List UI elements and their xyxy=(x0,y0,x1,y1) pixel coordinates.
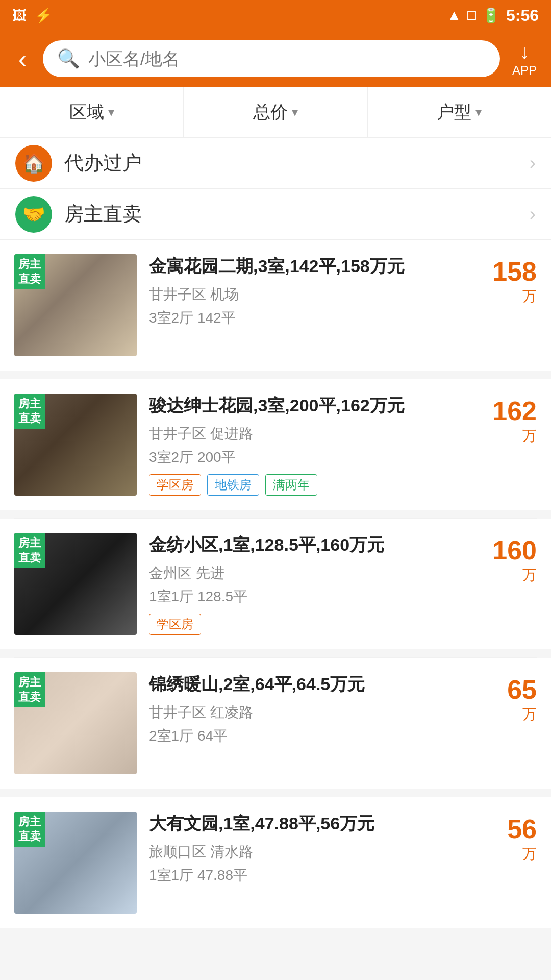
filter-house-type-label: 户型 xyxy=(437,101,471,124)
listing-location-3: 金州区 先进 xyxy=(149,564,480,583)
service-direct-banner[interactable]: 🤝 房主直卖 › xyxy=(0,189,551,240)
download-arrow-icon: ↓ xyxy=(512,40,537,63)
owner-tag-5: 房主直卖 xyxy=(14,812,45,847)
price-unit-4: 万 xyxy=(522,705,537,724)
price-unit-5: 万 xyxy=(522,844,537,864)
listing-price-5: 56 万 xyxy=(507,812,537,914)
listing-title-1: 金寓花园二期,3室,142平,158万元 xyxy=(149,254,480,279)
listing-price-1: 158 万 xyxy=(492,254,537,356)
status-bar: 🖼 ⚡ ▲ □ 🔋 5:56 xyxy=(0,0,551,31)
filter-total-price-label: 总价 xyxy=(253,101,288,124)
listing-image-5: 房主直卖 xyxy=(14,812,137,914)
price-unit-3: 万 xyxy=(522,566,537,585)
direct-label: 房主直卖 xyxy=(64,201,142,227)
direct-arrow-icon: › xyxy=(530,204,536,225)
search-icon: 🔍 xyxy=(57,48,80,69)
price-number-5: 56 xyxy=(507,814,537,844)
listings-container: 房主直卖 金寓花园二期,3室,142平,158万元 甘井子区 机场 3室2厅 1… xyxy=(0,240,551,928)
listing-card-2[interactable]: 房主直卖 骏达绅士花园,3室,200平,162万元 甘井子区 促进路 3室2厅 … xyxy=(0,379,551,510)
listing-title-4: 锦绣暖山,2室,64平,64.5万元 xyxy=(149,672,495,697)
tag-metro: 地铁房 xyxy=(207,474,259,496)
listing-title-2: 骏达绅士花园,3室,200平,162万元 xyxy=(149,394,480,418)
price-number-4: 65 xyxy=(507,674,537,705)
app-download-button[interactable]: ↓ APP xyxy=(508,40,541,78)
price-unit-1: 万 xyxy=(522,287,537,306)
listing-price-4: 65 万 xyxy=(507,672,537,774)
listing-card-4[interactable]: 房主直卖 锦绣暖山,2室,64平,64.5万元 甘井子区 红凌路 2室1厅 64… xyxy=(0,658,551,789)
transfer-label: 代办过户 xyxy=(64,150,142,176)
listing-location-1: 甘井子区 机场 xyxy=(149,285,480,304)
wifi-icon: ▲ xyxy=(447,7,461,23)
listing-location-4: 甘井子区 红凌路 xyxy=(149,703,495,722)
battery-icon: 🔋 xyxy=(482,7,500,24)
listing-image-2: 房主直卖 xyxy=(14,394,137,496)
direct-handshake-icon: 🤝 xyxy=(22,204,45,225)
owner-tag-3: 房主直卖 xyxy=(14,533,45,568)
transfer-icon-wrap: 🏠 xyxy=(15,145,52,182)
listing-card-3[interactable]: 房主直卖 金纺小区,1室,128.5平,160万元 金州区 先进 1室1厅 12… xyxy=(0,519,551,649)
region-chevron-icon: ▾ xyxy=(108,105,114,119)
filter-region[interactable]: 区域 ▾ xyxy=(0,87,184,137)
back-button[interactable]: ‹ xyxy=(10,45,35,73)
listing-info-5: 大有文园,1室,47.88平,56万元 旅顺口区 清水路 1室1厅 47.88平 xyxy=(149,812,495,914)
listing-image-4: 房主直卖 xyxy=(14,672,137,774)
listing-location-5: 旅顺口区 清水路 xyxy=(149,842,495,862)
listing-image-3: 房主直卖 xyxy=(14,533,137,635)
listing-info-3: 金纺小区,1室,128.5平,160万元 金州区 先进 1室1厅 128.5平 … xyxy=(149,533,480,635)
listing-location-2: 甘井子区 促进路 xyxy=(149,424,480,444)
signal-icon: □ xyxy=(467,7,476,23)
owner-tag-4: 房主直卖 xyxy=(14,672,45,707)
house-type-chevron-icon: ▾ xyxy=(475,105,482,119)
listing-specs-1: 3室2厅 142平 xyxy=(149,308,480,328)
listing-specs-5: 1室1厅 47.88平 xyxy=(149,866,495,885)
listing-tags-3: 学区房 xyxy=(149,614,480,635)
status-left-icons: 🖼 ⚡ xyxy=(12,7,53,24)
tag-school: 学区房 xyxy=(149,614,201,635)
listing-specs-2: 3室2厅 200平 xyxy=(149,448,480,467)
photo-icon: 🖼 xyxy=(12,7,27,24)
status-right-icons: ▲ □ 🔋 5:56 xyxy=(447,6,539,25)
listing-specs-4: 2室1厅 64平 xyxy=(149,726,495,746)
listing-title-5: 大有文园,1室,47.88平,56万元 xyxy=(149,812,495,836)
direct-icon-wrap: 🤝 xyxy=(15,196,52,233)
nav-bar: ‹ 🔍 ↓ APP xyxy=(0,31,551,87)
listing-image-1: 房主直卖 xyxy=(14,254,137,356)
tag-school: 学区房 xyxy=(149,474,201,496)
app-download-label: APP xyxy=(512,63,537,77)
listing-info-2: 骏达绅士花园,3室,200平,162万元 甘井子区 促进路 3室2厅 200平 … xyxy=(149,394,480,496)
search-input[interactable] xyxy=(88,49,486,69)
filter-bar: 区域 ▾ 总价 ▾ 户型 ▾ xyxy=(0,87,551,138)
tag-years: 满两年 xyxy=(265,474,317,496)
transfer-arrow-icon: › xyxy=(530,153,536,174)
listing-card-1[interactable]: 房主直卖 金寓花园二期,3室,142平,158万元 甘井子区 机场 3室2厅 1… xyxy=(0,240,551,371)
owner-tag-1: 房主直卖 xyxy=(14,254,45,289)
listing-info-1: 金寓花园二期,3室,142平,158万元 甘井子区 机场 3室2厅 142平 xyxy=(149,254,480,356)
price-number-3: 160 xyxy=(492,535,537,566)
service-transfer-banner[interactable]: 🏠 代办过户 › xyxy=(0,138,551,189)
listing-title-3: 金纺小区,1室,128.5平,160万元 xyxy=(149,533,480,557)
listing-tags-2: 学区房地铁房满两年 xyxy=(149,474,480,496)
search-box[interactable]: 🔍 xyxy=(43,40,500,77)
filter-total-price[interactable]: 总价 ▾ xyxy=(184,87,367,137)
price-number-2: 162 xyxy=(492,396,537,426)
listing-price-2: 162 万 xyxy=(492,394,537,496)
listing-card-5[interactable]: 房主直卖 大有文园,1室,47.88平,56万元 旅顺口区 清水路 1室1厅 4… xyxy=(0,797,551,928)
transfer-house-icon: 🏠 xyxy=(22,153,45,174)
price-unit-2: 万 xyxy=(522,426,537,446)
owner-tag-2: 房主直卖 xyxy=(14,394,45,429)
time-display: 5:56 xyxy=(506,6,539,25)
listing-info-4: 锦绣暖山,2室,64平,64.5万元 甘井子区 红凌路 2室1厅 64平 xyxy=(149,672,495,774)
filter-region-label: 区域 xyxy=(69,101,104,124)
usb-icon: ⚡ xyxy=(35,7,53,24)
filter-house-type[interactable]: 户型 ▾ xyxy=(368,87,551,137)
total-price-chevron-icon: ▾ xyxy=(292,105,298,119)
listing-specs-3: 1室1厅 128.5平 xyxy=(149,587,480,606)
listing-price-3: 160 万 xyxy=(492,533,537,635)
price-number-1: 158 xyxy=(492,256,537,287)
